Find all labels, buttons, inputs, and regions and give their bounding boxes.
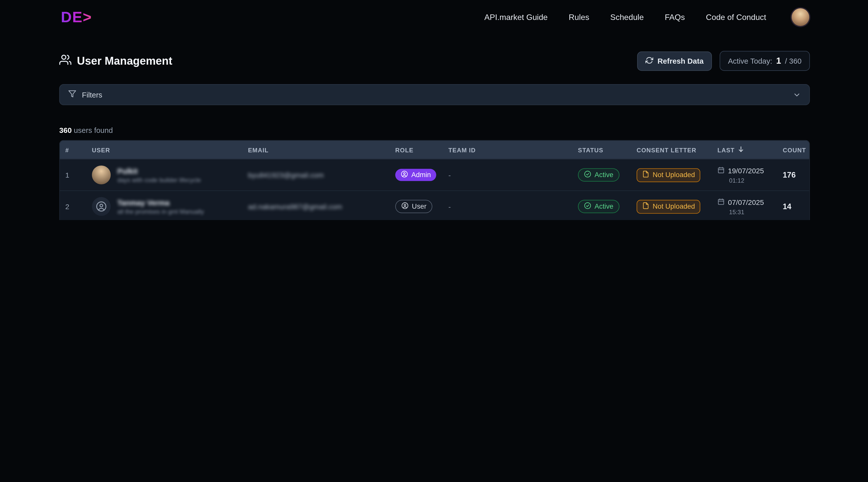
users-icon bbox=[59, 54, 71, 68]
role-badge: Admin bbox=[395, 169, 436, 181]
active-today-total: / 360 bbox=[785, 57, 802, 65]
filter-icon bbox=[68, 90, 76, 99]
check-circle-icon bbox=[584, 202, 591, 211]
user-text: Tanmay Verma all the promises in gml Man… bbox=[118, 199, 204, 215]
results-count-line: 360 users found bbox=[59, 126, 810, 134]
col-number[interactable]: # bbox=[60, 147, 86, 153]
results-label: users found bbox=[74, 126, 113, 134]
col-consent-letter[interactable]: CONSENT LETTER bbox=[631, 147, 712, 153]
nav-link-code-of-conduct[interactable]: Code of Conduct bbox=[706, 12, 766, 22]
user-name: Tanmay Verma bbox=[118, 199, 204, 207]
users-table: # USER EMAIL ROLE TEAM ID STATUS CONSENT… bbox=[59, 140, 810, 220]
user-text: Pulkit days with code builder lifecycle bbox=[118, 167, 201, 183]
nav-link-faqs[interactable]: FAQs bbox=[665, 12, 685, 22]
team-empty-dash: - bbox=[448, 202, 572, 211]
filters-left: Filters bbox=[68, 90, 102, 99]
status-cell: Active bbox=[572, 168, 631, 182]
row-number: 2 bbox=[60, 202, 86, 211]
col-status[interactable]: STATUS bbox=[572, 147, 631, 153]
document-icon bbox=[642, 171, 649, 179]
last-date: 19/07/2025 bbox=[728, 167, 764, 175]
avatar bbox=[92, 165, 111, 184]
last-time: 15:31 bbox=[729, 208, 777, 215]
col-user[interactable]: USER bbox=[86, 147, 243, 153]
check-circle-icon bbox=[584, 171, 591, 179]
last-active-cell: 07/07/2025 15:31 bbox=[712, 198, 777, 215]
page-header: User Management Refresh Data Active Toda… bbox=[59, 51, 810, 71]
user-cell: Pulkit days with code builder lifecycle bbox=[86, 165, 243, 184]
user-cell: Tanmay Verma all the promises in gml Man… bbox=[86, 197, 243, 216]
role-cell: User bbox=[390, 200, 443, 213]
col-team-id[interactable]: TEAM ID bbox=[443, 147, 572, 153]
consent-badge: Not Uploaded bbox=[637, 168, 701, 182]
profile-avatar[interactable] bbox=[792, 8, 809, 26]
filters-bar[interactable]: Filters bbox=[59, 84, 810, 105]
nav-link-rules[interactable]: Rules bbox=[569, 12, 589, 22]
role-label: Admin bbox=[411, 171, 431, 179]
role-label: User bbox=[412, 203, 427, 210]
last-date: 07/07/2025 bbox=[728, 198, 764, 206]
team-cell: - bbox=[443, 202, 572, 211]
last-time: 01:12 bbox=[729, 177, 777, 183]
count-value: 14 bbox=[777, 202, 809, 211]
user-subtitle: days with code builder lifecycle bbox=[118, 176, 201, 183]
active-today-badge: Active Today: 1 / 360 bbox=[720, 51, 810, 71]
count-value: 176 bbox=[777, 171, 809, 179]
consent-label: Not Uploaded bbox=[653, 171, 695, 179]
user-email: ad.nakamura987@gmail.com bbox=[243, 202, 390, 211]
status-badge: Active bbox=[578, 168, 619, 182]
nav-links: API.market Guide Rules Schedule FAQs Cod… bbox=[484, 8, 809, 26]
col-role[interactable]: ROLE bbox=[390, 147, 443, 153]
sort-desc-icon bbox=[737, 146, 744, 154]
role-badge: User bbox=[395, 200, 433, 213]
title-wrap: User Management bbox=[59, 54, 172, 68]
app-logo[interactable]: DE> bbox=[61, 8, 92, 26]
col-count[interactable]: COUNT bbox=[777, 147, 809, 153]
active-today-label: Active Today: bbox=[728, 57, 772, 65]
team-cell: - bbox=[443, 171, 572, 179]
refresh-icon bbox=[646, 56, 653, 65]
table-row[interactable]: 2 Tanmay Verma all the promises in gml M… bbox=[60, 190, 809, 220]
top-nav: DE> API.market Guide Rules Schedule FAQs… bbox=[0, 0, 868, 34]
avatar bbox=[92, 197, 111, 216]
nav-link-schedule[interactable]: Schedule bbox=[610, 12, 644, 22]
document-icon bbox=[642, 202, 649, 211]
role-icon bbox=[401, 202, 408, 211]
status-cell: Active bbox=[572, 200, 631, 213]
user-email: byu841923@gmail.com bbox=[243, 171, 390, 179]
table-row[interactable]: 1 Pulkit days with code builder lifecycl… bbox=[60, 159, 809, 190]
col-email[interactable]: EMAIL bbox=[243, 147, 390, 153]
row-number: 1 bbox=[60, 171, 86, 179]
consent-cell: Not Uploaded bbox=[631, 168, 712, 182]
team-empty-dash: - bbox=[448, 171, 572, 179]
results-count: 360 bbox=[59, 126, 71, 134]
role-cell: Admin bbox=[390, 169, 443, 181]
calendar-icon bbox=[717, 198, 724, 207]
refresh-label: Refresh Data bbox=[657, 57, 704, 65]
col-last-label: LAST bbox=[717, 147, 735, 153]
col-last[interactable]: LAST bbox=[712, 146, 777, 154]
refresh-data-button[interactable]: Refresh Data bbox=[637, 51, 712, 71]
filters-label: Filters bbox=[82, 90, 102, 99]
page-title: User Management bbox=[77, 55, 173, 67]
calendar-icon bbox=[717, 166, 724, 175]
table-body: 1 Pulkit days with code builder lifecycl… bbox=[60, 159, 809, 220]
header-actions: Refresh Data Active Today: 1 / 360 bbox=[637, 51, 810, 71]
user-subtitle: all the promises in gml Manually bbox=[118, 208, 204, 214]
status-badge: Active bbox=[578, 200, 619, 213]
table-header: # USER EMAIL ROLE TEAM ID STATUS CONSENT… bbox=[60, 141, 809, 159]
status-label: Active bbox=[594, 203, 613, 210]
app-root: DE> API.market Guide Rules Schedule FAQs… bbox=[0, 0, 868, 220]
user-name: Pulkit bbox=[118, 167, 201, 175]
status-label: Active bbox=[594, 171, 613, 179]
page-content: User Management Refresh Data Active Toda… bbox=[0, 34, 868, 220]
nav-link-guide[interactable]: API.market Guide bbox=[484, 12, 548, 22]
active-today-count: 1 bbox=[776, 56, 781, 66]
consent-label: Not Uploaded bbox=[653, 203, 695, 210]
consent-cell: Not Uploaded bbox=[631, 200, 712, 213]
chevron-down-icon[interactable] bbox=[793, 90, 801, 99]
last-active-cell: 19/07/2025 01:12 bbox=[712, 166, 777, 183]
consent-badge: Not Uploaded bbox=[637, 200, 701, 213]
role-icon bbox=[401, 171, 408, 179]
